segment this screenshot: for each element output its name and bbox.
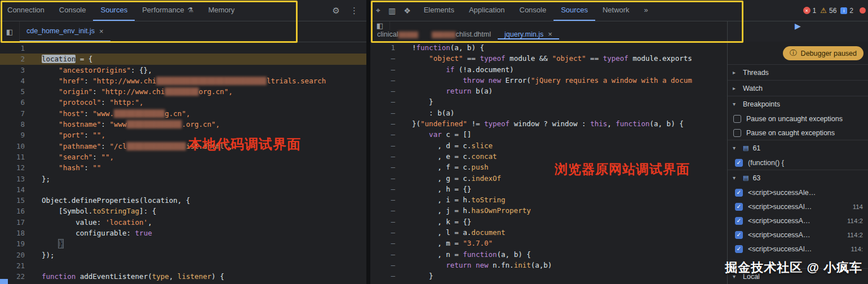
line-number[interactable]: 10 bbox=[0, 141, 25, 152]
tab-sources[interactable]: Sources bbox=[553, 0, 595, 21]
section-breakpoints[interactable]: ▾Breakpoints bbox=[728, 96, 868, 112]
code-line[interactable]: – var c = [] bbox=[370, 129, 727, 140]
code-line[interactable]: – return b(a) bbox=[370, 86, 727, 96]
code-line[interactable]: 17 value: 'location', bbox=[0, 217, 366, 228]
line-number[interactable]: – bbox=[370, 270, 395, 281]
file-tab-0[interactable]: clinical█████ bbox=[370, 30, 425, 39]
navigator-toggle-icon[interactable]: ◧ bbox=[370, 21, 390, 30]
line-number[interactable]: – bbox=[370, 108, 395, 118]
pause-option[interactable]: ✓Pause on uncaught exceptions bbox=[728, 112, 868, 126]
section-local[interactable]: ▾ Local bbox=[728, 268, 868, 284]
tab-console[interactable]: Console bbox=[52, 0, 94, 21]
code-line[interactable]: 21 bbox=[0, 260, 366, 271]
left-code-editor[interactable]: 12location = {3 "ancestorOrigins": {},4 … bbox=[0, 42, 366, 284]
code-line[interactable]: – if (!a.document) bbox=[370, 64, 727, 75]
line-number[interactable]: 3 bbox=[0, 65, 25, 76]
code-line[interactable]: –}("undefined" != typeof window ? window… bbox=[370, 118, 727, 129]
code-line[interactable]: 5 "origin": "http://www.chi████████org.c… bbox=[0, 86, 366, 97]
code-line[interactable]: – , o = /^[\s\uFEFF\xA0]+|[\s\uFEFF\xA0]… bbox=[370, 282, 727, 284]
code-line[interactable]: – throw new Error("jQuery requires a win… bbox=[370, 75, 727, 86]
close-icon[interactable]: × bbox=[548, 30, 552, 38]
line-number[interactable]: 21 bbox=[0, 260, 25, 271]
tab-network[interactable]: Network bbox=[595, 0, 637, 21]
kebab-menu-icon[interactable]: ⋮ bbox=[350, 6, 358, 16]
line-number[interactable]: – bbox=[370, 75, 395, 86]
code-line[interactable]: 11 "search": "", bbox=[0, 152, 366, 162]
info-badge[interactable]: i 2 bbox=[840, 7, 853, 15]
checkbox-checked[interactable]: ✓ bbox=[735, 245, 743, 253]
code-line[interactable]: – } bbox=[370, 96, 727, 107]
code-line[interactable]: 6 "protocol": "http:", bbox=[0, 97, 366, 108]
code-line[interactable]: – , l = a.document bbox=[370, 227, 727, 238]
line-number[interactable]: 19 bbox=[0, 238, 25, 249]
checkbox-checked[interactable]: ✓ bbox=[735, 217, 743, 225]
code-line[interactable]: 14 bbox=[0, 184, 366, 195]
tab-application[interactable]: Application bbox=[462, 0, 512, 21]
code-line[interactable]: – "object" == typeof module && "object" … bbox=[370, 53, 727, 64]
resume-button[interactable]: ▶ bbox=[795, 21, 801, 30]
code-line[interactable]: – , k = {} bbox=[370, 216, 727, 227]
code-line[interactable]: – , m = "3.7.0" bbox=[370, 238, 727, 248]
line-number[interactable]: 1 bbox=[370, 42, 395, 53]
code-line[interactable]: 20}); bbox=[0, 250, 366, 260]
code-line[interactable]: 1!function(a, b) { bbox=[370, 42, 727, 53]
code-line[interactable]: 22function addEventListener(type, listen… bbox=[0, 271, 366, 282]
line-number[interactable]: – bbox=[370, 53, 395, 64]
line-number[interactable]: – bbox=[370, 227, 395, 238]
code-line[interactable]: 3 "ancestorOrigins": {}, bbox=[0, 65, 366, 76]
tab-connection[interactable]: Connection bbox=[0, 0, 52, 21]
code-line[interactable]: – , h = {} bbox=[370, 184, 727, 194]
line-number[interactable]: – bbox=[370, 173, 395, 184]
breakpoint-entry[interactable]: ✓<script>successA…114:2 bbox=[728, 228, 868, 242]
checkbox-checked[interactable]: ✓ bbox=[735, 159, 743, 167]
checkbox-unchecked[interactable]: ✓ bbox=[733, 129, 741, 137]
breakpoint-group-header[interactable]: ▾▤63 bbox=[728, 170, 868, 185]
breakpoint-entry[interactable]: ✓<script>successAl…114 bbox=[728, 199, 868, 214]
line-number[interactable]: 20 bbox=[0, 250, 25, 260]
line-number[interactable]: 1 bbox=[0, 43, 25, 54]
more-tabs-button[interactable]: » bbox=[637, 0, 656, 21]
line-number[interactable]: 8 bbox=[0, 119, 25, 130]
code-line[interactable]: 8 "hostname": "www█████████████.org.cn", bbox=[0, 119, 366, 130]
code-line[interactable]: – , g = c.indexOf bbox=[370, 173, 727, 184]
breakpoint-entry[interactable]: ✓<script>successAl…114: bbox=[728, 242, 868, 256]
tab-console[interactable]: Console bbox=[512, 0, 554, 21]
error-badge[interactable]: × 1 bbox=[803, 7, 817, 15]
code-line[interactable]: – , f = c.push bbox=[370, 162, 727, 172]
code-line[interactable]: 15Object.defineProperties(location, { bbox=[0, 195, 366, 206]
tab-elements[interactable]: Elements bbox=[417, 0, 462, 21]
line-number[interactable]: 15 bbox=[0, 195, 25, 206]
line-number[interactable]: – bbox=[370, 86, 395, 96]
line-number[interactable]: – bbox=[370, 282, 395, 284]
line-number[interactable]: – bbox=[370, 64, 395, 75]
checkbox-unchecked[interactable]: ✓ bbox=[733, 115, 741, 123]
line-number[interactable]: 2 bbox=[0, 54, 25, 64]
line-number[interactable]: 13 bbox=[0, 174, 25, 184]
code-line[interactable]: 12 "hash": "" bbox=[0, 162, 366, 173]
file-tab-cde-home-env-init[interactable]: cde_home_env_init.js × bbox=[20, 21, 110, 42]
line-number[interactable]: – bbox=[370, 129, 395, 140]
right-code-editor[interactable]: 1!function(a, b) {– "object" == typeof m… bbox=[370, 42, 727, 284]
tab-performance[interactable]: Performance⚗ bbox=[135, 0, 201, 21]
tab-sources[interactable]: Sources bbox=[93, 0, 135, 21]
line-number[interactable]: 12 bbox=[0, 162, 25, 173]
code-line[interactable]: 1 bbox=[0, 43, 366, 54]
code-line[interactable]: – , n = function(a, b) { bbox=[370, 249, 727, 260]
code-line[interactable]: 7 "host": "www.████████████g.cn", bbox=[0, 108, 366, 119]
line-number[interactable]: 11 bbox=[0, 152, 25, 162]
code-line[interactable]: – } bbox=[370, 270, 727, 281]
line-number[interactable]: – bbox=[370, 96, 395, 107]
section-threads[interactable]: ▸Threads bbox=[728, 64, 868, 80]
line-number[interactable]: – bbox=[370, 238, 395, 248]
line-number[interactable]: – bbox=[370, 249, 395, 260]
checkbox-checked[interactable]: ✓ bbox=[735, 203, 743, 211]
pause-option[interactable]: ✓Pause on caught exceptions bbox=[728, 126, 868, 140]
code-line[interactable]: 10 "pathname": "/cl██████████████ist.dht… bbox=[0, 141, 366, 152]
tab-memory[interactable]: Memory bbox=[201, 0, 242, 21]
line-number[interactable]: 18 bbox=[0, 228, 25, 238]
code-line[interactable]: 16 [Symbol.toStringTag]: { bbox=[0, 206, 366, 216]
code-line[interactable]: – , e = c.concat bbox=[370, 151, 727, 162]
code-line[interactable]: – , i = h.toString bbox=[370, 194, 727, 205]
breakpoint-entry[interactable]: ✓<script>successAle… bbox=[728, 185, 868, 199]
line-number[interactable]: 5 bbox=[0, 86, 25, 97]
